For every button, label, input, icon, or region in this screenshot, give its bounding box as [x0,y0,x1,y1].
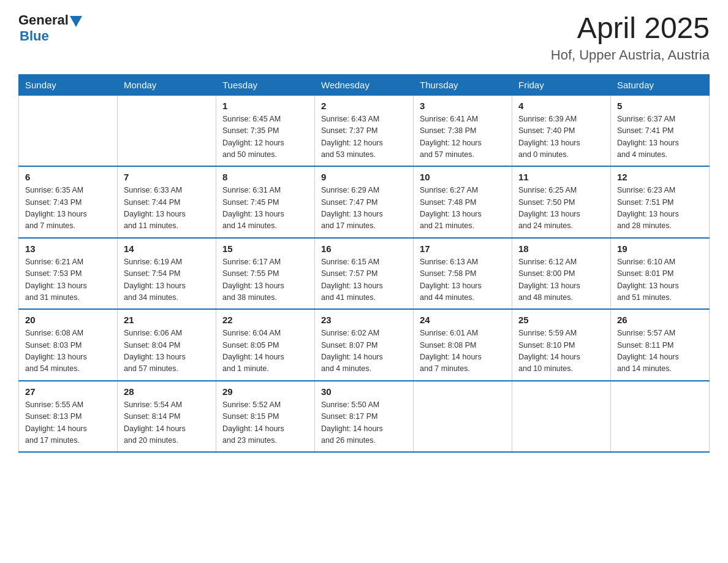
day-number: 23 [321,315,407,325]
calendar-cell [414,381,512,453]
weekday-header-saturday: Saturday [611,74,710,95]
day-number: 16 [321,243,407,254]
day-number: 22 [222,315,308,325]
day-number: 15 [222,243,308,254]
day-info: Sunrise: 6:35 AMSunset: 7:43 PMDaylight:… [25,185,111,232]
day-number: 8 [222,172,308,182]
day-info: Sunrise: 5:59 AMSunset: 8:10 PMDaylight:… [518,327,604,375]
calendar-cell: 21Sunrise: 6:06 AMSunset: 8:04 PMDayligh… [118,309,216,381]
day-info: Sunrise: 6:39 AMSunset: 7:40 PMDaylight:… [518,113,604,161]
day-info: Sunrise: 6:04 AMSunset: 8:05 PMDaylight:… [222,327,308,375]
day-number: 5 [617,101,703,111]
day-info: Sunrise: 6:08 AMSunset: 8:03 PMDaylight:… [25,327,111,375]
day-number: 12 [617,172,703,182]
calendar-cell: 17Sunrise: 6:13 AMSunset: 7:58 PMDayligh… [414,238,512,310]
calendar-cell: 15Sunrise: 6:17 AMSunset: 7:55 PMDayligh… [216,238,315,310]
day-number: 26 [617,315,703,325]
day-number: 1 [222,101,308,111]
calendar-cell: 29Sunrise: 5:52 AMSunset: 8:15 PMDayligh… [216,381,315,453]
calendar-cell: 9Sunrise: 6:29 AMSunset: 7:47 PMDaylight… [315,166,414,238]
calendar-week-3: 13Sunrise: 6:21 AMSunset: 7:53 PMDayligh… [19,238,710,310]
page-title: April 2025 [551,12,710,45]
calendar-cell: 1Sunrise: 6:45 AMSunset: 7:35 PMDaylight… [216,95,315,166]
logo-triangle-icon [70,16,82,27]
calendar-cell: 6Sunrise: 6:35 AMSunset: 7:43 PMDaylight… [19,166,118,238]
day-info: Sunrise: 5:54 AMSunset: 8:14 PMDaylight:… [124,399,210,447]
day-info: Sunrise: 6:15 AMSunset: 7:57 PMDaylight:… [321,256,407,304]
weekday-header-sunday: Sunday [19,74,118,95]
day-info: Sunrise: 6:17 AMSunset: 7:55 PMDaylight:… [222,256,308,304]
day-info: Sunrise: 5:55 AMSunset: 8:13 PMDaylight:… [25,399,111,447]
calendar-cell: 28Sunrise: 5:54 AMSunset: 8:14 PMDayligh… [118,381,216,453]
calendar-cell: 13Sunrise: 6:21 AMSunset: 7:53 PMDayligh… [19,238,118,310]
day-number: 6 [25,172,111,182]
day-info: Sunrise: 6:21 AMSunset: 7:53 PMDaylight:… [25,256,111,304]
day-number: 28 [124,386,210,397]
logo-text-blue: Blue [20,28,49,44]
calendar-cell: 8Sunrise: 6:31 AMSunset: 7:45 PMDaylight… [216,166,315,238]
day-info: Sunrise: 6:02 AMSunset: 8:07 PMDaylight:… [321,327,407,375]
day-number: 19 [617,243,703,254]
day-number: 27 [25,386,111,397]
day-info: Sunrise: 5:52 AMSunset: 8:15 PMDaylight:… [222,399,308,447]
calendar-week-4: 20Sunrise: 6:08 AMSunset: 8:03 PMDayligh… [19,309,710,381]
day-info: Sunrise: 6:19 AMSunset: 7:54 PMDaylight:… [124,256,210,304]
day-number: 20 [25,315,111,325]
day-number: 13 [25,243,111,254]
day-number: 4 [518,101,604,111]
day-number: 17 [420,243,506,254]
calendar-cell: 22Sunrise: 6:04 AMSunset: 8:05 PMDayligh… [216,309,315,381]
day-number: 10 [420,172,506,182]
calendar-cell: 23Sunrise: 6:02 AMSunset: 8:07 PMDayligh… [315,309,414,381]
day-number: 14 [124,243,210,254]
day-info: Sunrise: 6:41 AMSunset: 7:38 PMDaylight:… [420,113,506,161]
calendar-cell: 4Sunrise: 6:39 AMSunset: 7:40 PMDaylight… [512,95,611,166]
logo-text-general: General [18,12,69,28]
calendar-header: SundayMondayTuesdayWednesdayThursdayFrid… [19,74,710,95]
calendar-week-5: 27Sunrise: 5:55 AMSunset: 8:13 PMDayligh… [19,381,710,453]
day-number: 3 [420,101,506,111]
calendar-cell [512,381,611,453]
day-info: Sunrise: 6:31 AMSunset: 7:45 PMDaylight:… [222,185,308,232]
day-info: Sunrise: 6:23 AMSunset: 7:51 PMDaylight:… [617,185,703,232]
logo: General Blue [18,12,82,44]
day-info: Sunrise: 6:25 AMSunset: 7:50 PMDaylight:… [518,185,604,232]
day-number: 21 [124,315,210,325]
calendar-cell: 12Sunrise: 6:23 AMSunset: 7:51 PMDayligh… [611,166,710,238]
calendar-cell: 10Sunrise: 6:27 AMSunset: 7:48 PMDayligh… [414,166,512,238]
calendar-cell: 16Sunrise: 6:15 AMSunset: 7:57 PMDayligh… [315,238,414,310]
day-info: Sunrise: 6:13 AMSunset: 7:58 PMDaylight:… [420,256,506,304]
calendar-cell: 26Sunrise: 5:57 AMSunset: 8:11 PMDayligh… [611,309,710,381]
day-number: 25 [518,315,604,325]
page-subtitle: Hof, Upper Austria, Austria [551,47,710,63]
calendar-cell: 14Sunrise: 6:19 AMSunset: 7:54 PMDayligh… [118,238,216,310]
calendar-cell: 30Sunrise: 5:50 AMSunset: 8:17 PMDayligh… [315,381,414,453]
calendar-cell: 11Sunrise: 6:25 AMSunset: 7:50 PMDayligh… [512,166,611,238]
day-number: 18 [518,243,604,254]
day-number: 2 [321,101,407,111]
day-number: 24 [420,315,506,325]
calendar-week-2: 6Sunrise: 6:35 AMSunset: 7:43 PMDaylight… [19,166,710,238]
day-info: Sunrise: 5:57 AMSunset: 8:11 PMDaylight:… [617,327,703,375]
calendar-cell: 2Sunrise: 6:43 AMSunset: 7:37 PMDaylight… [315,95,414,166]
calendar-cell: 18Sunrise: 6:12 AMSunset: 8:00 PMDayligh… [512,238,611,310]
day-number: 9 [321,172,407,182]
calendar-cell: 19Sunrise: 6:10 AMSunset: 8:01 PMDayligh… [611,238,710,310]
weekday-header-friday: Friday [512,74,611,95]
calendar-table: SundayMondayTuesdayWednesdayThursdayFrid… [18,74,710,453]
day-number: 30 [321,386,407,397]
calendar-cell: 27Sunrise: 5:55 AMSunset: 8:13 PMDayligh… [19,381,118,453]
calendar-cell [118,95,216,166]
calendar-cell: 24Sunrise: 6:01 AMSunset: 8:08 PMDayligh… [414,309,512,381]
day-info: Sunrise: 5:50 AMSunset: 8:17 PMDaylight:… [321,399,407,447]
day-info: Sunrise: 6:10 AMSunset: 8:01 PMDaylight:… [617,256,703,304]
title-block: April 2025 Hof, Upper Austria, Austria [551,12,710,63]
day-info: Sunrise: 6:01 AMSunset: 8:08 PMDaylight:… [420,327,506,375]
weekday-row: SundayMondayTuesdayWednesdayThursdayFrid… [19,74,710,95]
calendar-cell: 5Sunrise: 6:37 AMSunset: 7:41 PMDaylight… [611,95,710,166]
calendar-cell: 25Sunrise: 5:59 AMSunset: 8:10 PMDayligh… [512,309,611,381]
day-info: Sunrise: 6:27 AMSunset: 7:48 PMDaylight:… [420,185,506,232]
day-info: Sunrise: 6:12 AMSunset: 8:00 PMDaylight:… [518,256,604,304]
weekday-header-monday: Monday [118,74,216,95]
day-info: Sunrise: 6:45 AMSunset: 7:35 PMDaylight:… [222,113,308,161]
